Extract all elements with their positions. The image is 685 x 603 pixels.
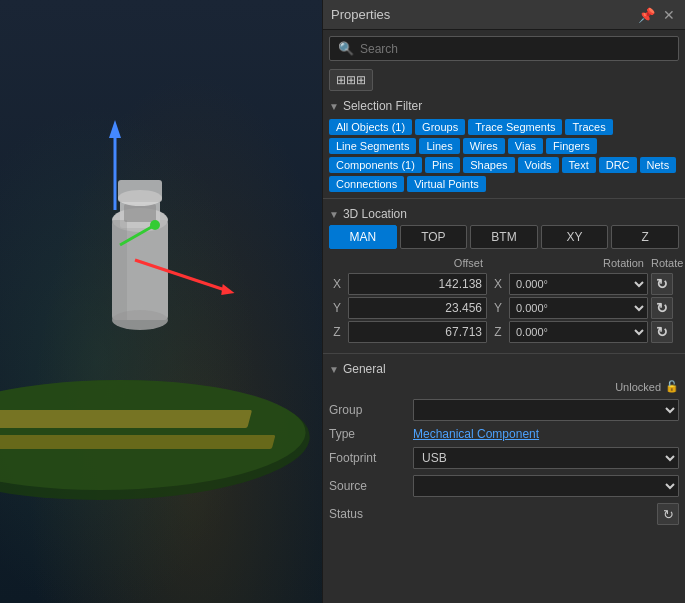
general-section-header: ▼ General	[323, 358, 685, 380]
unlocked-badge: Unlocked 🔓	[615, 380, 679, 393]
viewport-svg	[0, 0, 322, 603]
loc-btn-man[interactable]: MAN	[329, 225, 397, 249]
general-section: Unlocked 🔓 Group Type Mechanical Compone…	[323, 380, 685, 603]
svg-rect-2	[0, 410, 252, 428]
loc-btn-z[interactable]: Z	[611, 225, 679, 249]
panel-header-icons: 📌 ✕	[636, 5, 677, 25]
location-section: MAN TOP BTM XY Z Offset Rotation Rotate …	[323, 225, 685, 351]
offset-header: Offset	[348, 257, 487, 269]
filter-controls: ⊞⊞⊞	[323, 67, 685, 95]
z-axis-label: Z	[329, 325, 345, 339]
properties-panel: Properties 📌 ✕ 🔍 ⊞⊞⊞ ▼ Selection Filter …	[322, 0, 685, 603]
y-rotation-select[interactable]: 0.000°	[509, 297, 648, 319]
rotate-header: Rotate	[651, 257, 679, 269]
search-icon: 🔍	[338, 41, 354, 56]
3d-location-label: 3D Location	[343, 207, 407, 221]
group-label: Group	[329, 403, 409, 417]
type-label: Type	[329, 427, 409, 441]
fields-header: Offset Rotation Rotate	[329, 257, 679, 269]
filter-icon-button[interactable]: ⊞⊞⊞	[329, 69, 373, 91]
tag-virtual-points[interactable]: Virtual Points	[407, 176, 486, 192]
tag-text[interactable]: Text	[562, 157, 596, 173]
divider-1	[323, 198, 685, 199]
svg-marker-15	[219, 284, 236, 299]
y-rotate-button[interactable]: ↻	[651, 297, 673, 319]
z-rotate-button[interactable]: ↻	[651, 321, 673, 343]
location-mode-buttons: MAN TOP BTM XY Z	[329, 225, 679, 249]
z-rotation-axis-label: Z	[490, 325, 506, 339]
x-rotation-axis-label: X	[490, 277, 506, 291]
z-row: Z Z 0.000° ↻	[329, 321, 679, 343]
tag-drc[interactable]: DRC	[599, 157, 637, 173]
loc-btn-xy[interactable]: XY	[541, 225, 609, 249]
footprint-select[interactable]: USB	[413, 447, 679, 469]
selection-filter-header: ▼ Selection Filter	[323, 95, 685, 117]
tag-components[interactable]: Components (1)	[329, 157, 422, 173]
general-header: Unlocked 🔓	[329, 380, 679, 393]
footprint-label: Footprint	[329, 451, 409, 465]
y-axis-label: Y	[329, 301, 345, 315]
status-label: Status	[329, 507, 409, 521]
search-bar[interactable]: 🔍	[329, 36, 679, 61]
tag-nets[interactable]: Nets	[640, 157, 677, 173]
source-label: Source	[329, 479, 409, 493]
svg-rect-8	[124, 204, 156, 222]
x-axis-label: X	[329, 277, 345, 291]
section-collapse-arrow[interactable]: ▼	[329, 101, 339, 112]
search-input[interactable]	[360, 42, 670, 56]
unlocked-text: Unlocked	[615, 381, 661, 393]
lock-icon[interactable]: 🔓	[665, 380, 679, 393]
tags-container: All Objects (1) Groups Trace Segments Tr…	[323, 117, 685, 196]
tag-shapes[interactable]: Shapes	[463, 157, 514, 173]
svg-rect-10	[118, 180, 162, 202]
y-rotation-axis-label: Y	[490, 301, 506, 315]
tag-connections[interactable]: Connections	[329, 176, 404, 192]
group-row: Group	[329, 399, 679, 421]
y-row: Y Y 0.000° ↻	[329, 297, 679, 319]
tag-pins[interactable]: Pins	[425, 157, 460, 173]
loc-btn-btm[interactable]: BTM	[470, 225, 538, 249]
z-offset-input[interactable]	[348, 321, 487, 343]
tag-trace-segments[interactable]: Trace Segments	[468, 119, 562, 135]
loc-btn-top[interactable]: TOP	[400, 225, 468, 249]
group-select[interactable]	[413, 399, 679, 421]
status-row: Status ↻	[329, 503, 679, 525]
tag-traces[interactable]: Traces	[565, 119, 612, 135]
general-arrow[interactable]: ▼	[329, 364, 339, 375]
status-refresh-button[interactable]: ↻	[657, 503, 679, 525]
svg-point-17	[150, 220, 160, 230]
footprint-row: Footprint USB	[329, 447, 679, 469]
rotation-header: Rotation	[509, 257, 648, 269]
tag-all-objects[interactable]: All Objects (1)	[329, 119, 412, 135]
pin-icon[interactable]: 📌	[636, 5, 657, 25]
divider-2	[323, 353, 685, 354]
tag-wires[interactable]: Wires	[463, 138, 505, 154]
y-offset-input[interactable]	[348, 297, 487, 319]
source-row: Source	[329, 475, 679, 497]
selection-filter-label: Selection Filter	[343, 99, 422, 113]
type-link[interactable]: Mechanical Component	[413, 427, 679, 441]
svg-rect-3	[0, 435, 275, 449]
z-rotation-select[interactable]: 0.000°	[509, 321, 648, 343]
close-icon[interactable]: ✕	[661, 5, 677, 25]
x-offset-input[interactable]	[348, 273, 487, 295]
svg-marker-13	[109, 120, 121, 138]
panel-title: Properties	[331, 7, 390, 22]
tag-lines[interactable]: Lines	[419, 138, 459, 154]
3d-location-header: ▼ 3D Location	[323, 203, 685, 225]
tag-fingers[interactable]: Fingers	[546, 138, 597, 154]
svg-rect-11	[112, 220, 127, 320]
viewport-3d	[0, 0, 322, 603]
tag-vias[interactable]: Vias	[508, 138, 543, 154]
x-rotate-button[interactable]: ↻	[651, 273, 673, 295]
general-label: General	[343, 362, 386, 376]
tag-groups[interactable]: Groups	[415, 119, 465, 135]
tag-voids[interactable]: Voids	[518, 157, 559, 173]
x-rotation-select[interactable]: 0.000°	[509, 273, 648, 295]
3d-location-arrow[interactable]: ▼	[329, 209, 339, 220]
source-select[interactable]	[413, 475, 679, 497]
tag-line-segments[interactable]: Line Segments	[329, 138, 416, 154]
panel-header: Properties 📌 ✕	[323, 0, 685, 30]
x-row: X X 0.000° ↻	[329, 273, 679, 295]
type-row: Type Mechanical Component	[329, 427, 679, 441]
